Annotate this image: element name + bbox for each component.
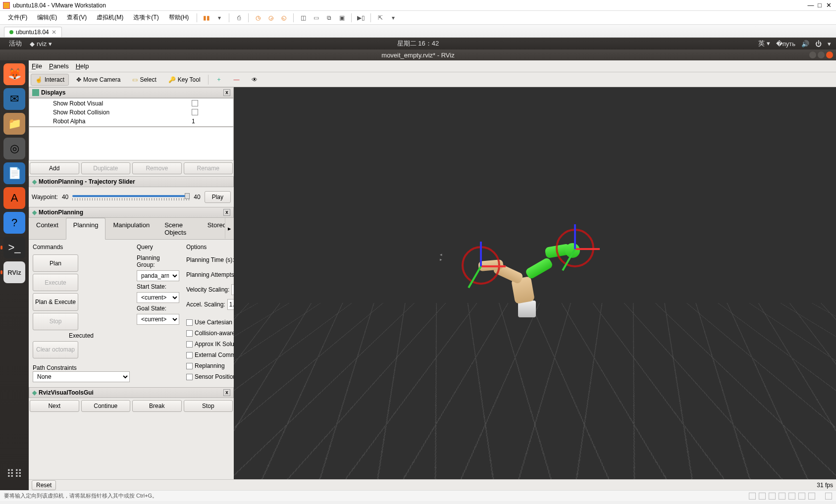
- dock-firefox-icon[interactable]: 🦊: [3, 63, 25, 85]
- goal-state-combo[interactable]: <current>: [137, 314, 179, 325]
- status-net-icon[interactable]: [769, 493, 776, 500]
- menu-vm[interactable]: 虚拟机(M): [93, 12, 127, 23]
- tab-context[interactable]: Context: [29, 218, 66, 239]
- tabs-scroll-right[interactable]: ▸: [225, 218, 234, 239]
- dock-writer-icon[interactable]: 📄: [3, 162, 25, 184]
- path-constraints-combo[interactable]: None: [33, 371, 130, 382]
- vm-clock3-icon[interactable]: ◵: [278, 13, 289, 23]
- tab-scene-objects[interactable]: Scene Objects: [157, 218, 200, 239]
- collision-ik-checkbox[interactable]: [186, 330, 193, 337]
- status-disk-icon[interactable]: [749, 493, 756, 500]
- activities-button[interactable]: 活动: [5, 38, 26, 49]
- planning-group-combo[interactable]: panda_arm: [137, 270, 179, 281]
- mp-panel-close[interactable]: x: [223, 209, 230, 216]
- dock-rhythmbox-icon[interactable]: ◎: [3, 138, 25, 159]
- rviz-menu-panels[interactable]: Panels: [49, 62, 69, 70]
- approx-ik-checkbox[interactable]: [186, 341, 193, 348]
- add-tool-button[interactable]: ＋: [211, 73, 226, 86]
- dock-rviz-icon[interactable]: RViz: [3, 261, 25, 283]
- slider-thumb[interactable]: [185, 193, 190, 199]
- clock[interactable]: 星期二 16：42: [397, 39, 439, 48]
- key-tool[interactable]: 🔑Key Tool: [164, 74, 205, 86]
- input-language[interactable]: 英 ▾: [758, 39, 770, 48]
- cartesian-checkbox[interactable]: [186, 319, 193, 326]
- dock-apps-grid-icon[interactable]: ⠿⠿: [3, 463, 25, 485]
- plan-button[interactable]: Plan: [33, 254, 78, 272]
- sensor-pos-checkbox[interactable]: [186, 374, 193, 380]
- vm-layout3-icon[interactable]: ⧉: [323, 13, 334, 23]
- vm-snapshot-icon[interactable]: ⎙: [233, 13, 244, 23]
- rviz-menu-file[interactable]: FFileile: [32, 62, 42, 70]
- move-camera-tool[interactable]: ✥Move Camera: [72, 74, 125, 86]
- interact-tool[interactable]: ☝Interact: [31, 74, 69, 86]
- vm-clock1-icon[interactable]: ◷: [253, 13, 263, 23]
- power-icon[interactable]: ⏻: [815, 40, 822, 48]
- dock-thunderbird-icon[interactable]: ✉: [3, 88, 25, 110]
- replanning-checkbox[interactable]: [186, 363, 193, 369]
- volume-icon[interactable]: 🔊: [801, 40, 809, 48]
- next-button[interactable]: Next: [30, 400, 79, 412]
- displays-panel-close[interactable]: x: [223, 89, 230, 96]
- status-usb-icon[interactable]: [779, 493, 785, 500]
- vm-dropdown-icon[interactable]: ▾: [214, 13, 225, 23]
- window-maximize[interactable]: □: [815, 1, 824, 9]
- trajectory-slider[interactable]: [72, 194, 190, 201]
- external-comm-checkbox[interactable]: [186, 352, 193, 358]
- mp-panel-header[interactable]: ◆ MotionPlanning x: [29, 207, 234, 218]
- status-printer-icon[interactable]: [798, 493, 805, 500]
- status-display-icon[interactable]: [808, 493, 815, 500]
- start-gizmo[interactable]: [459, 243, 503, 288]
- play-button[interactable]: Play: [205, 191, 231, 203]
- menu-file[interactable]: 文件(F): [4, 12, 31, 23]
- tab-manipulation[interactable]: Manipulation: [105, 218, 157, 239]
- vm-pause-icon[interactable]: ▮▮: [201, 13, 212, 23]
- vm-layout2-icon[interactable]: ▭: [311, 13, 321, 23]
- menu-view[interactable]: 查看(V): [63, 12, 91, 23]
- system-menu-chevron-icon[interactable]: ▾: [828, 40, 831, 48]
- tab-close-icon[interactable]: ✕: [52, 29, 56, 36]
- displays-tree[interactable]: Show Robot Visual Show Robot Collision R…: [29, 98, 234, 127]
- plan-and-execute-button[interactable]: Plan & Execute: [33, 293, 78, 310]
- checkbox[interactable]: [192, 109, 198, 115]
- vmware-tab[interactable]: ubuntu18.04 ✕: [4, 27, 62, 37]
- dock-terminal-icon[interactable]: >_: [3, 237, 25, 258]
- rviz-menu-help[interactable]: Help: [76, 62, 89, 70]
- stop-button[interactable]: Stop: [184, 400, 233, 412]
- gtk-minimize-icon[interactable]: [809, 51, 816, 58]
- remove-tool-button[interactable]: —: [229, 74, 244, 86]
- window-close[interactable]: ✕: [824, 1, 833, 9]
- network-icon[interactable]: �путь: [776, 40, 795, 48]
- vm-unity-icon[interactable]: ⇱: [375, 13, 386, 23]
- dock-help-icon[interactable]: ?: [3, 212, 25, 234]
- splitter-handle[interactable]: ◂▸: [439, 251, 443, 263]
- dock-files-icon[interactable]: 📁: [3, 113, 25, 135]
- window-minimize[interactable]: —: [806, 1, 815, 9]
- tab-planning[interactable]: Planning: [66, 218, 106, 240]
- break-button[interactable]: Break: [132, 400, 182, 412]
- status-msg-icon[interactable]: [825, 493, 832, 500]
- vm-clock2-icon[interactable]: ◶: [265, 13, 276, 23]
- reset-button[interactable]: Reset: [32, 480, 56, 490]
- robot-scene[interactable]: [449, 233, 597, 317]
- rvtools-panel-header[interactable]: ◆ RvizVisualToolsGui x: [29, 387, 234, 398]
- menu-edit[interactable]: 编辑(E): [33, 12, 61, 23]
- gtk-maximize-icon[interactable]: [818, 51, 825, 58]
- traj-panel-header[interactable]: ◆ MotionPlanning - Trajectory Slider: [29, 176, 234, 187]
- vm-layout4-icon[interactable]: ▣: [336, 13, 347, 23]
- vm-unity-dd-icon[interactable]: ▾: [388, 13, 399, 23]
- rvtools-panel-close[interactable]: x: [223, 389, 230, 396]
- vm-layout1-icon[interactable]: ◫: [298, 13, 309, 23]
- gtk-close-icon[interactable]: [826, 51, 833, 58]
- select-tool[interactable]: ▭Select: [128, 74, 160, 86]
- status-sound-icon[interactable]: [788, 493, 795, 500]
- start-state-combo[interactable]: <current>: [137, 292, 179, 303]
- add-display-button[interactable]: Add: [30, 162, 79, 174]
- vm-fullscreen-icon[interactable]: ▶▯: [356, 13, 366, 23]
- displays-panel-header[interactable]: Displays x: [29, 87, 234, 98]
- status-cd-icon[interactable]: [759, 493, 766, 500]
- menu-tabs[interactable]: 选项卡(T): [129, 12, 162, 23]
- goal-gizmo[interactable]: [553, 226, 597, 270]
- render-view-3d[interactable]: ◂▸: [234, 87, 836, 479]
- checkbox[interactable]: [192, 100, 198, 106]
- continue-button[interactable]: Continue: [81, 400, 131, 412]
